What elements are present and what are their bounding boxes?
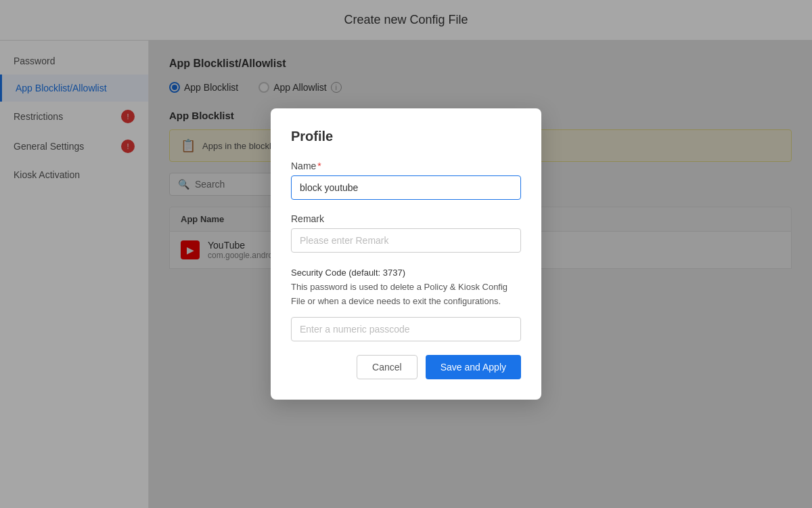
- remark-form-group: Remark: [291, 213, 521, 253]
- profile-modal: Profile Name* Remark Security Code (defa…: [271, 108, 541, 399]
- security-code-note: Security Code (default: 3737) This passw…: [291, 266, 521, 308]
- required-star: *: [317, 161, 321, 171]
- cancel-button[interactable]: Cancel: [357, 355, 418, 379]
- security-code-input[interactable]: [291, 317, 521, 341]
- security-code-form-group: Security Code (default: 3737) This passw…: [291, 266, 521, 341]
- security-code-description: This password is used to delete a Policy…: [291, 282, 508, 306]
- name-input[interactable]: [291, 175, 521, 200]
- save-apply-button[interactable]: Save and Apply: [426, 355, 521, 379]
- security-code-label: Security Code (default: 3737): [291, 268, 405, 278]
- modal-overlay: Profile Name* Remark Security Code (defa…: [0, 0, 812, 508]
- remark-label: Remark: [291, 213, 521, 224]
- name-form-group: Name*: [291, 161, 521, 200]
- modal-title: Profile: [291, 129, 521, 144]
- name-label: Name*: [291, 161, 521, 171]
- remark-input[interactable]: [291, 228, 521, 253]
- modal-actions: Cancel Save and Apply: [291, 355, 521, 379]
